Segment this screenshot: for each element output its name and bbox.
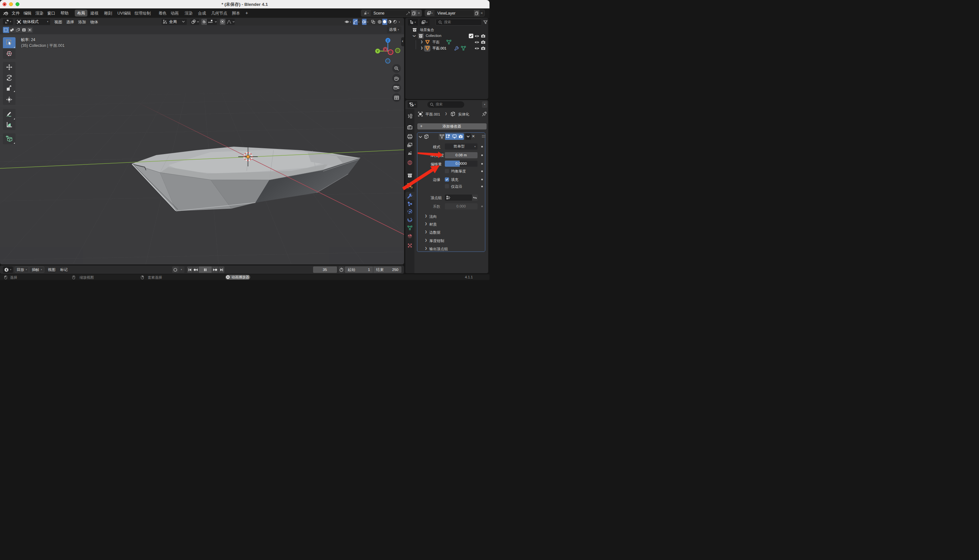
svg-text:Y: Y <box>377 49 379 53</box>
svg-text:X: X <box>384 48 387 51</box>
svg-text:Z: Z <box>387 38 389 42</box>
